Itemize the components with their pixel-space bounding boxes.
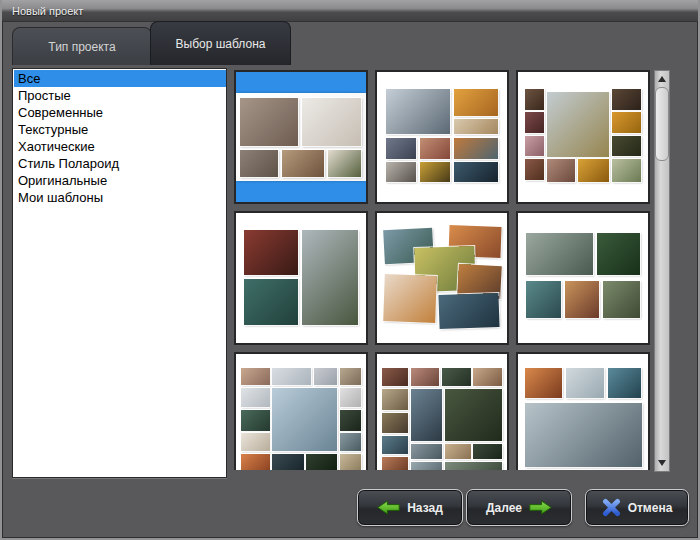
photo-tile [565, 281, 599, 319]
photo-tile [382, 457, 408, 470]
photo-tile [272, 454, 303, 470]
category-item[interactable]: Текстурные [14, 121, 226, 138]
photo-tile [411, 462, 442, 470]
photo-tile [272, 368, 311, 385]
next-button-label: Далее [486, 501, 522, 515]
photo-tile [603, 281, 641, 319]
photo-tile [578, 159, 609, 182]
back-button[interactable]: Назад [357, 489, 463, 526]
photo-tile [612, 136, 642, 157]
photo-tile [526, 281, 561, 319]
template-grid [234, 70, 650, 470]
photo-tile [244, 279, 299, 325]
photo-tile [382, 389, 408, 410]
photo-tile [439, 293, 500, 329]
photo-tile [272, 388, 337, 452]
photo-tile [340, 433, 361, 451]
photo-tile [411, 389, 442, 441]
photo-tile [525, 403, 642, 467]
scroll-up-icon[interactable] [658, 76, 666, 82]
photo-tile [445, 389, 502, 441]
template-thumbnail[interactable] [516, 352, 650, 470]
photo-tile [314, 368, 337, 385]
photo-tile [340, 454, 361, 470]
photo-tile [608, 368, 642, 398]
photo-tile [473, 368, 502, 386]
photo-tile [442, 368, 471, 386]
photo-tile [241, 433, 270, 451]
arrow-left-green-icon [377, 500, 400, 515]
photo-tile [525, 368, 563, 398]
photo-tile [612, 112, 642, 133]
photo-tile [382, 436, 408, 454]
scroll-down-icon[interactable] [658, 460, 666, 466]
template-thumbnail[interactable] [516, 70, 650, 204]
tab-project-type-label: Тип проекта [48, 40, 115, 54]
photo-tile [386, 89, 450, 135]
photo-tile [240, 98, 299, 146]
photo-tile [386, 162, 416, 183]
template-thumbnail[interactable] [234, 352, 368, 470]
category-item[interactable]: Оригинальные [14, 172, 226, 189]
arrow-right-green-icon [529, 500, 552, 515]
photo-tile [306, 454, 337, 470]
photo-tile [454, 89, 498, 116]
template-thumbnail[interactable] [234, 211, 368, 345]
photo-tile [547, 159, 576, 182]
category-item[interactable]: Мои шаблоны [14, 189, 226, 206]
template-thumbnail[interactable] [516, 211, 650, 345]
template-thumbnail[interactable] [234, 70, 368, 204]
category-item[interactable]: Современные [14, 104, 226, 121]
cancel-button[interactable]: Отмена [585, 489, 689, 526]
template-scrollbar[interactable] [654, 70, 670, 472]
photo-tile [445, 444, 471, 460]
tab-project-type[interactable]: Тип проекта [12, 27, 152, 65]
photo-tile [526, 233, 594, 276]
photo-tile [473, 444, 502, 460]
photo-tile [241, 410, 270, 431]
next-button[interactable]: Далее [466, 489, 572, 526]
photo-tile [282, 150, 325, 177]
tab-template-choice[interactable]: Выбор шаблона [150, 21, 291, 65]
scrollbar-thumb[interactable] [655, 87, 669, 161]
photo-tile [454, 138, 498, 159]
photo-tile [383, 274, 437, 323]
cross-blue-icon [602, 498, 621, 517]
photo-tile [454, 119, 498, 135]
photo-tile [612, 89, 642, 110]
photo-tile [340, 410, 361, 431]
photo-tile [328, 150, 361, 177]
new-project-dialog: Новый проект Тип проекта Выбор шаблона В… [0, 0, 700, 540]
photo-tile [566, 368, 604, 398]
dialog-titlebar: Новый проект [2, 0, 698, 22]
template-thumbnail[interactable] [375, 352, 509, 470]
photo-tile [411, 368, 440, 386]
category-item[interactable]: Все [14, 70, 226, 87]
photo-tile [454, 162, 498, 183]
template-thumbnail[interactable] [375, 70, 509, 204]
photo-tile [340, 368, 361, 385]
category-item[interactable]: Хаотические [14, 138, 226, 155]
photo-tile [241, 388, 270, 408]
photo-tile [525, 159, 545, 180]
photo-tile [244, 230, 299, 276]
photo-tile [597, 233, 640, 276]
photo-tile [420, 138, 450, 159]
template-thumbnail[interactable] [375, 211, 509, 345]
photo-tile [612, 159, 642, 182]
tab-template-choice-label: Выбор шаблона [176, 37, 266, 51]
photo-tile [382, 413, 408, 434]
photo-tile [240, 150, 278, 177]
photo-tile [411, 444, 442, 460]
cancel-button-label: Отмена [628, 501, 673, 515]
dialog-title: Новый проект [12, 5, 83, 17]
photo-tile [386, 138, 416, 159]
photo-tile [525, 112, 545, 133]
photo-tile [525, 136, 545, 157]
photo-tile [525, 89, 545, 110]
category-item[interactable]: Простые [14, 87, 226, 104]
back-button-label: Назад [407, 501, 443, 515]
photo-tile [302, 98, 361, 146]
category-item[interactable]: Стиль Полароид [14, 155, 226, 172]
photo-tile [241, 368, 270, 385]
